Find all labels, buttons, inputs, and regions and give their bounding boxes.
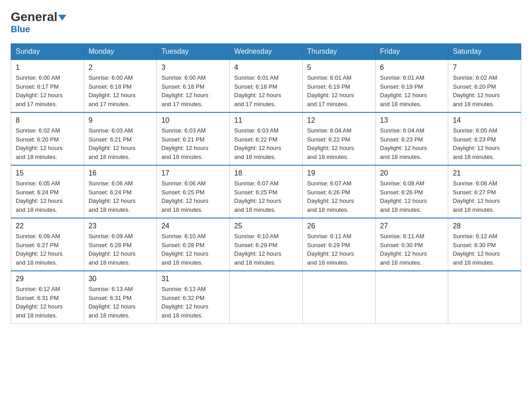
calendar-cell: 16 Sunrise: 6:06 AM Sunset: 6:24 PM Dayl… [84, 165, 157, 218]
calendar-cell: 26 Sunrise: 6:11 AM Sunset: 6:29 PM Dayl… [302, 218, 375, 271]
day-info: Sunrise: 6:07 AM Sunset: 6:26 PM Dayligh… [307, 179, 371, 214]
day-number: 19 [307, 169, 371, 177]
day-info: Sunrise: 6:09 AM Sunset: 6:27 PM Dayligh… [16, 232, 79, 267]
day-number: 14 [453, 116, 516, 124]
day-number: 27 [380, 222, 444, 230]
day-number: 1 [16, 64, 79, 72]
calendar-cell: 30 Sunrise: 6:13 AM Sunset: 6:31 PM Dayl… [84, 271, 157, 324]
week-row-3: 15 Sunrise: 6:05 AM Sunset: 6:24 PM Dayl… [11, 165, 521, 218]
day-number: 13 [380, 116, 444, 124]
calendar-cell: 17 Sunrise: 6:06 AM Sunset: 6:25 PM Dayl… [157, 165, 230, 218]
day-number: 22 [16, 222, 79, 230]
day-number: 8 [16, 116, 79, 124]
calendar-cell: 11 Sunrise: 6:03 AM Sunset: 6:22 PM Dayl… [230, 112, 303, 165]
day-info: Sunrise: 6:07 AM Sunset: 6:25 PM Dayligh… [234, 179, 298, 214]
col-header-sunday: Sunday [11, 44, 84, 60]
day-number: 18 [234, 169, 298, 177]
day-info: Sunrise: 6:03 AM Sunset: 6:21 PM Dayligh… [89, 126, 152, 161]
logo: General Blue [11, 11, 66, 34]
day-number: 31 [161, 275, 225, 283]
day-info: Sunrise: 6:01 AM Sunset: 6:19 PM Dayligh… [380, 73, 444, 108]
day-info: Sunrise: 6:09 AM Sunset: 6:28 PM Dayligh… [89, 232, 152, 267]
day-number: 16 [89, 169, 152, 177]
day-info: Sunrise: 6:12 AM Sunset: 6:30 PM Dayligh… [453, 232, 516, 267]
day-info: Sunrise: 6:12 AM Sunset: 6:31 PM Dayligh… [16, 285, 79, 320]
calendar-cell [375, 271, 448, 324]
day-info: Sunrise: 6:00 AM Sunset: 6:18 PM Dayligh… [161, 73, 225, 108]
calendar-cell: 4 Sunrise: 6:01 AM Sunset: 6:18 PM Dayli… [230, 60, 303, 112]
day-number: 28 [453, 222, 516, 230]
calendar-header-row: SundayMondayTuesdayWednesdayThursdayFrid… [11, 44, 521, 60]
calendar-cell: 2 Sunrise: 6:00 AM Sunset: 6:18 PM Dayli… [84, 60, 157, 112]
calendar-cell: 23 Sunrise: 6:09 AM Sunset: 6:28 PM Dayl… [84, 218, 157, 271]
calendar-cell [302, 271, 375, 324]
logo-blue-text: Blue [11, 24, 30, 34]
day-info: Sunrise: 6:04 AM Sunset: 6:23 PM Dayligh… [380, 126, 444, 161]
col-header-thursday: Thursday [302, 44, 375, 60]
week-row-1: 1 Sunrise: 6:00 AM Sunset: 6:17 PM Dayli… [11, 60, 521, 112]
calendar-cell: 31 Sunrise: 6:13 AM Sunset: 6:32 PM Dayl… [157, 271, 230, 324]
day-info: Sunrise: 6:13 AM Sunset: 6:32 PM Dayligh… [161, 285, 225, 320]
calendar-cell: 13 Sunrise: 6:04 AM Sunset: 6:23 PM Dayl… [375, 112, 448, 165]
day-info: Sunrise: 6:04 AM Sunset: 6:22 PM Dayligh… [307, 126, 371, 161]
col-header-saturday: Saturday [448, 44, 521, 60]
calendar-cell [230, 271, 303, 324]
calendar-cell: 21 Sunrise: 6:08 AM Sunset: 6:27 PM Dayl… [448, 165, 521, 218]
day-number: 29 [16, 275, 79, 283]
calendar-cell: 5 Sunrise: 6:01 AM Sunset: 6:19 PM Dayli… [302, 60, 375, 112]
calendar-cell: 20 Sunrise: 6:08 AM Sunset: 6:26 PM Dayl… [375, 165, 448, 218]
day-number: 3 [161, 64, 225, 72]
day-info: Sunrise: 6:13 AM Sunset: 6:31 PM Dayligh… [89, 285, 152, 320]
calendar-cell: 25 Sunrise: 6:10 AM Sunset: 6:29 PM Dayl… [230, 218, 303, 271]
calendar-cell: 8 Sunrise: 6:02 AM Sunset: 6:20 PM Dayli… [11, 112, 84, 165]
calendar-cell: 9 Sunrise: 6:03 AM Sunset: 6:21 PM Dayli… [84, 112, 157, 165]
day-number: 10 [161, 116, 225, 124]
calendar-cell: 1 Sunrise: 6:00 AM Sunset: 6:17 PM Dayli… [11, 60, 84, 112]
day-number: 15 [16, 169, 79, 177]
day-number: 30 [89, 275, 152, 283]
day-number: 12 [307, 116, 371, 124]
day-number: 2 [89, 64, 152, 72]
calendar-cell: 14 Sunrise: 6:05 AM Sunset: 6:23 PM Dayl… [448, 112, 521, 165]
week-row-2: 8 Sunrise: 6:02 AM Sunset: 6:20 PM Dayli… [11, 112, 521, 165]
day-info: Sunrise: 6:00 AM Sunset: 6:18 PM Dayligh… [89, 73, 152, 108]
calendar-cell: 19 Sunrise: 6:07 AM Sunset: 6:26 PM Dayl… [302, 165, 375, 218]
day-info: Sunrise: 6:06 AM Sunset: 6:25 PM Dayligh… [161, 179, 225, 214]
day-number: 26 [307, 222, 371, 230]
calendar-cell: 10 Sunrise: 6:03 AM Sunset: 6:21 PM Dayl… [157, 112, 230, 165]
day-info: Sunrise: 6:08 AM Sunset: 6:27 PM Dayligh… [453, 179, 516, 214]
day-number: 20 [380, 169, 444, 177]
day-info: Sunrise: 6:05 AM Sunset: 6:23 PM Dayligh… [453, 126, 516, 161]
calendar-cell: 29 Sunrise: 6:12 AM Sunset: 6:31 PM Dayl… [11, 271, 84, 324]
day-number: 21 [453, 169, 516, 177]
day-number: 17 [161, 169, 225, 177]
day-info: Sunrise: 6:03 AM Sunset: 6:21 PM Dayligh… [161, 126, 225, 161]
calendar-cell: 3 Sunrise: 6:00 AM Sunset: 6:18 PM Dayli… [157, 60, 230, 112]
col-header-friday: Friday [375, 44, 448, 60]
day-info: Sunrise: 6:02 AM Sunset: 6:20 PM Dayligh… [16, 126, 79, 161]
day-info: Sunrise: 6:11 AM Sunset: 6:29 PM Dayligh… [307, 232, 371, 267]
col-header-tuesday: Tuesday [157, 44, 230, 60]
week-row-5: 29 Sunrise: 6:12 AM Sunset: 6:31 PM Dayl… [11, 271, 521, 324]
day-number: 4 [234, 64, 298, 72]
col-header-monday: Monday [84, 44, 157, 60]
calendar-cell: 7 Sunrise: 6:02 AM Sunset: 6:20 PM Dayli… [448, 60, 521, 112]
week-row-4: 22 Sunrise: 6:09 AM Sunset: 6:27 PM Dayl… [11, 218, 521, 271]
logo-general-text: General [11, 11, 66, 23]
day-number: 24 [161, 222, 225, 230]
calendar-cell: 27 Sunrise: 6:11 AM Sunset: 6:30 PM Dayl… [375, 218, 448, 271]
calendar-cell: 15 Sunrise: 6:05 AM Sunset: 6:24 PM Dayl… [11, 165, 84, 218]
calendar-cell: 24 Sunrise: 6:10 AM Sunset: 6:28 PM Dayl… [157, 218, 230, 271]
day-number: 23 [89, 222, 152, 230]
calendar-table: SundayMondayTuesdayWednesdayThursdayFrid… [11, 43, 521, 324]
day-info: Sunrise: 6:10 AM Sunset: 6:28 PM Dayligh… [161, 232, 225, 267]
calendar-cell: 22 Sunrise: 6:09 AM Sunset: 6:27 PM Dayl… [11, 218, 84, 271]
day-number: 25 [234, 222, 298, 230]
day-info: Sunrise: 6:00 AM Sunset: 6:17 PM Dayligh… [16, 73, 79, 108]
calendar-cell: 18 Sunrise: 6:07 AM Sunset: 6:25 PM Dayl… [230, 165, 303, 218]
day-info: Sunrise: 6:10 AM Sunset: 6:29 PM Dayligh… [234, 232, 298, 267]
page-header: General Blue [11, 11, 521, 34]
day-info: Sunrise: 6:01 AM Sunset: 6:19 PM Dayligh… [307, 73, 371, 108]
day-info: Sunrise: 6:02 AM Sunset: 6:20 PM Dayligh… [453, 73, 516, 108]
day-info: Sunrise: 6:05 AM Sunset: 6:24 PM Dayligh… [16, 179, 79, 214]
